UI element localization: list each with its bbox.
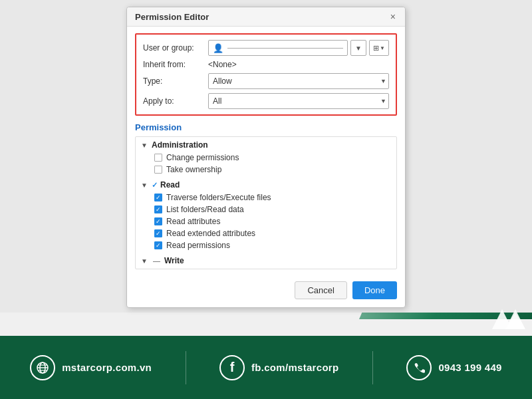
- change-permissions-checkbox[interactable]: [154, 154, 162, 162]
- form-section: User or group: 👤 ▼ ⊞ ▼ Inherit from:: [135, 33, 397, 116]
- read-extended-attributes-label: Read extended attributes: [166, 229, 255, 238]
- cancel-button[interactable]: Cancel: [295, 281, 346, 299]
- user-or-group-label: User or group:: [143, 43, 203, 53]
- write-group-header: ▼ — Write: [136, 254, 396, 267]
- permission-editor-dialog: Permission Editor × User or group: 👤 ▼ ⊞…: [126, 7, 406, 308]
- read-permissions-checkbox[interactable]: [154, 241, 162, 249]
- footer-facebook-item: f fb.com/mstarcorp: [219, 355, 339, 380]
- watermark: [492, 306, 525, 332]
- footer-bar: mstarcorp.com.vn f fb.com/mstarcorp 0943…: [0, 336, 532, 399]
- user-icon: 👤: [213, 43, 223, 53]
- read-group-check-icon: ✓: [152, 181, 158, 190]
- apply-to-select[interactable]: All This folder only Subfolders only Fil…: [208, 93, 389, 109]
- type-select-wrapper: Allow Deny ▼: [208, 73, 389, 89]
- read-attributes-checkbox[interactable]: [154, 217, 162, 225]
- dialog-close-button[interactable]: ×: [389, 11, 397, 22]
- user-or-group-row: User or group: 👤 ▼ ⊞ ▼: [143, 40, 389, 56]
- dialog-titlebar: Permission Editor ×: [127, 7, 405, 27]
- administration-group-label: Administration: [152, 140, 208, 150]
- take-ownership-label: Take ownership: [166, 165, 221, 174]
- phone-icon: [406, 355, 432, 380]
- footer-website-text: mstarcorp.com.vn: [62, 362, 152, 373]
- type-select[interactable]: Allow Deny: [208, 73, 389, 89]
- read-extended-attributes-checkbox[interactable]: [154, 229, 162, 237]
- inherit-from-value: <None>: [208, 60, 237, 69]
- read-extended-attributes-item: Read extended attributes: [136, 227, 396, 239]
- apply-to-row: Apply to: All This folder only Subfolder…: [143, 93, 389, 109]
- take-ownership-checkbox[interactable]: [154, 166, 162, 174]
- footer-phone-item: 0943 199 449: [406, 355, 501, 380]
- svg-marker-6: [505, 313, 525, 329]
- read-expand-icon[interactable]: ▼: [141, 182, 149, 189]
- inherit-from-row: Inherit from: <None>: [143, 60, 389, 69]
- apply-to-select-wrapper: All This folder only Subfolders only Fil…: [208, 93, 389, 109]
- read-group: ▼ ✓ Read Traverse folders/Execute files …: [136, 177, 396, 253]
- footer-divider-2: [372, 351, 373, 384]
- administration-group-header: ▼ Administration: [136, 138, 396, 152]
- apply-to-wrapper: All This folder only Subfolders only Fil…: [208, 93, 389, 109]
- filter-arrow: ▼: [380, 45, 385, 51]
- administration-expand-icon[interactable]: ▼: [141, 142, 149, 149]
- dialog-area: Permission Editor × User or group: 👤 ▼ ⊞…: [0, 0, 532, 313]
- read-permissions-item: Read permissions: [136, 239, 396, 251]
- administration-group: ▼ Administration Change permissions Take…: [136, 137, 396, 177]
- traverse-folders-checkbox[interactable]: [154, 194, 162, 201]
- user-input-line: [227, 48, 343, 49]
- read-group-header: ▼ ✓ Read: [136, 178, 396, 192]
- list-folders-label: List folders/Read data: [166, 205, 244, 214]
- traverse-folders-item: Traverse folders/Execute files: [136, 192, 396, 203]
- user-input-wrapper: 👤 ▼ ⊞ ▼: [208, 40, 389, 56]
- user-input-field[interactable]: 👤: [208, 40, 348, 56]
- permission-section: Permission ▼ Administration Change permi…: [135, 122, 397, 269]
- footer-facebook-text: fb.com/mstarcorp: [251, 362, 339, 373]
- type-label: Type:: [143, 76, 203, 86]
- read-attributes-label: Read attributes: [166, 217, 220, 226]
- footer-phone-text: 0943 199 449: [438, 362, 501, 373]
- read-permissions-label: Read permissions: [166, 241, 230, 250]
- read-attributes-item: Read attributes: [136, 215, 396, 227]
- write-group: ▼ — Write: [136, 253, 396, 269]
- write-expand-icon[interactable]: ▼: [141, 257, 149, 265]
- change-permissions-label: Change permissions: [166, 153, 239, 162]
- permission-section-title: Permission: [135, 122, 397, 132]
- done-button[interactable]: Done: [352, 281, 397, 299]
- user-filter-button[interactable]: ⊞ ▼: [369, 40, 389, 56]
- user-dropdown-button[interactable]: ▼: [350, 40, 366, 56]
- footer-website-item: mstarcorp.com.vn: [30, 355, 152, 380]
- permission-list[interactable]: ▼ Administration Change permissions Take…: [135, 136, 397, 269]
- list-folders-checkbox[interactable]: [154, 205, 162, 213]
- list-folders-item: List folders/Read data: [136, 203, 396, 215]
- facebook-icon: f: [219, 355, 245, 380]
- inherit-from-wrapper: <None>: [208, 60, 389, 69]
- traverse-folders-label: Traverse folders/Execute files: [166, 193, 271, 202]
- dialog-footer: Cancel Done: [127, 276, 405, 307]
- change-permissions-item: Change permissions: [136, 152, 396, 164]
- globe-icon: [30, 355, 55, 380]
- type-wrapper: Allow Deny ▼: [208, 73, 389, 89]
- type-row: Type: Allow Deny ▼: [143, 73, 389, 89]
- dialog-title: Permission Editor: [135, 12, 209, 22]
- filter-icon: ⊞: [373, 44, 379, 53]
- take-ownership-item: Take ownership: [136, 164, 396, 176]
- apply-to-label: Apply to:: [143, 96, 203, 106]
- write-group-label: Write: [164, 256, 184, 265]
- inherit-from-label: Inherit from:: [143, 60, 203, 69]
- footer-divider-1: [186, 351, 186, 384]
- read-group-label: Read: [160, 180, 180, 190]
